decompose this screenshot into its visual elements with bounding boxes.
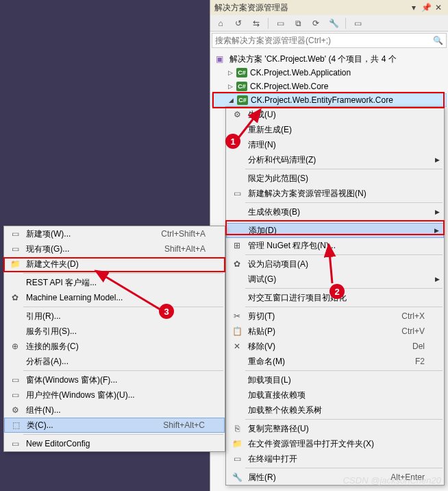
menu-ml[interactable]: ✿Machine Learning Model... bbox=[4, 290, 225, 305]
solution-tree: ▣ 解决方案 'CK.Project.Web' (4 个项目，共 4 个 ▷ C… bbox=[210, 49, 448, 110]
menu-newitem[interactable]: ▭新建项(W)...Ctrl+Shift+A bbox=[4, 226, 225, 241]
menu-loaddep[interactable]: 加载直接依赖项 bbox=[226, 387, 444, 403]
menu-copypath[interactable]: ⎘复制完整路径(U) bbox=[226, 421, 444, 436]
collapse-icon[interactable]: ▭ bbox=[273, 16, 288, 30]
new-view-icon: ▭ bbox=[229, 186, 245, 201]
menu-rename[interactable]: 重命名(M)F2 bbox=[226, 354, 444, 369]
expander-icon[interactable]: ▷ bbox=[227, 83, 234, 90]
back-icon[interactable]: ↺ bbox=[231, 16, 246, 30]
menu-nuget[interactable]: ⊞管理 NuGet 程序包(N)... bbox=[226, 238, 444, 253]
delete-icon: ✕ bbox=[229, 339, 245, 354]
expander-icon[interactable]: ▷ bbox=[227, 69, 234, 76]
project-label: CK.Project.Web.EntityFramework.Core bbox=[251, 95, 393, 105]
chevron-right-icon: ▶ bbox=[435, 156, 440, 163]
nuget-icon: ⊞ bbox=[229, 238, 245, 253]
annotation-badge-2: 2 bbox=[329, 284, 345, 299]
menu-add[interactable]: 添加(D)▶ bbox=[226, 223, 444, 238]
csharp-icon: C# bbox=[236, 68, 247, 77]
close-icon[interactable]: ✕ bbox=[433, 2, 444, 13]
solution-icon: ▣ bbox=[216, 54, 227, 64]
build-icon: ⚙ bbox=[229, 107, 245, 122]
menu-unload[interactable]: 卸载项目(L) bbox=[226, 372, 444, 387]
menu-class[interactable]: ⬚类(C)...Shift+Alt+C bbox=[4, 418, 225, 433]
menu-build[interactable]: ⚙生成(U) bbox=[226, 107, 444, 122]
panel-header: 解决方案资源管理器 ▾ 📌 ✕ bbox=[210, 0, 448, 15]
menu-connsvc[interactable]: ⊕连接的服务(C) bbox=[4, 339, 225, 354]
editorconfig-icon: ▭ bbox=[7, 436, 23, 451]
menu-analyzer[interactable]: 分析器(A)... bbox=[4, 354, 225, 369]
menu-startup[interactable]: ✿设为启动项目(A) bbox=[226, 256, 444, 272]
menu-openfolder[interactable]: 📁在文件资源管理器中打开文件夹(X) bbox=[226, 436, 444, 451]
menu-scope[interactable]: 限定为此范围(S) bbox=[226, 171, 444, 186]
annotation-badge-1: 1 bbox=[225, 134, 240, 149]
project-label: CK.Project.Web.Application bbox=[250, 68, 351, 77]
menu-paste[interactable]: 📋粘贴(P)Ctrl+V bbox=[226, 324, 444, 339]
menu-openterm[interactable]: ▭在终端中打开 bbox=[226, 451, 444, 466]
cut-icon: ✂ bbox=[229, 309, 245, 324]
chevron-right-icon: ▶ bbox=[435, 208, 440, 215]
project-node[interactable]: ▷ C# CK.Project.Web.Core bbox=[212, 80, 447, 93]
panel-title: 解决方案资源管理器 bbox=[214, 2, 407, 14]
pin-icon[interactable]: 📌 bbox=[421, 2, 432, 13]
menu-builddep[interactable]: 生成依赖项(B)▶ bbox=[226, 204, 444, 219]
menu-analyze[interactable]: 分析和代码清理(Z)▶ bbox=[226, 152, 444, 167]
menu-existitem[interactable]: ▭现有项(G)...Shift+Alt+A bbox=[4, 241, 225, 256]
copy-icon: ⎘ bbox=[229, 421, 245, 436]
chevron-right-icon: ▶ bbox=[435, 276, 440, 283]
existing-item-icon: ▭ bbox=[7, 241, 23, 256]
terminal-icon: ▭ bbox=[229, 451, 245, 466]
project-label: CK.Project.Web.Core bbox=[250, 82, 329, 91]
search-icon[interactable]: 🔍 bbox=[433, 36, 443, 45]
panel-menu-icon[interactable]: ▾ bbox=[408, 2, 419, 13]
menu-form[interactable]: ▭窗体(Windows 窗体)(F)... bbox=[4, 372, 225, 387]
startup-icon: ✿ bbox=[229, 256, 245, 272]
component-icon: ⚙ bbox=[7, 403, 23, 418]
sync-icon[interactable]: ⇆ bbox=[249, 16, 264, 30]
menu-editorconfig[interactable]: ▭New EditorConfig bbox=[4, 436, 225, 451]
expander-icon[interactable]: ◢ bbox=[227, 97, 234, 104]
menu-ref[interactable]: 引用(R)... bbox=[4, 309, 225, 324]
menu-rebuild[interactable]: 重新生成(E) bbox=[226, 122, 444, 137]
ml-icon: ✿ bbox=[7, 290, 23, 305]
add-submenu: ▭新建项(W)...Ctrl+Shift+A ▭现有项(G)...Shift+A… bbox=[3, 226, 225, 452]
user-control-icon: ▭ bbox=[7, 387, 23, 403]
menu-newview[interactable]: ▭新建解决方案资源管理器视图(N) bbox=[226, 186, 444, 201]
show-all-icon[interactable]: ⧉ bbox=[290, 16, 306, 30]
connected-service-icon: ⊕ bbox=[7, 339, 23, 354]
class-icon: ⬚ bbox=[8, 418, 24, 433]
csharp-icon: C# bbox=[237, 95, 248, 105]
solution-node[interactable]: ▣ 解决方案 'CK.Project.Web' (4 个项目，共 4 个 bbox=[212, 52, 447, 66]
menu-clean[interactable]: 清理(N) bbox=[226, 137, 444, 152]
home-icon[interactable]: ⌂ bbox=[213, 16, 228, 30]
csharp-icon: C# bbox=[236, 82, 247, 91]
menu-svcref[interactable]: 服务引用(S)... bbox=[4, 324, 225, 339]
menu-component[interactable]: ⚙组件(N)... bbox=[4, 403, 225, 418]
menu-userctl[interactable]: ▭用户控件(Windows 窗体)(U)... bbox=[4, 387, 225, 403]
chevron-right-icon: ▶ bbox=[434, 227, 439, 234]
folder-icon: 📁 bbox=[229, 436, 245, 451]
search-input[interactable] bbox=[215, 36, 433, 45]
watermark: CSDN @jacksonChen20 bbox=[343, 475, 441, 486]
search-box[interactable]: 🔍 bbox=[212, 33, 447, 48]
menu-cut[interactable]: ✂剪切(T)Ctrl+X bbox=[226, 309, 444, 324]
preview-icon[interactable]: ▭ bbox=[350, 16, 365, 30]
folder-icon: 📁 bbox=[7, 256, 23, 272]
menu-newfolder[interactable]: 📁新建文件夹(D) bbox=[4, 256, 225, 272]
paste-icon: 📋 bbox=[229, 324, 245, 339]
properties-icon[interactable]: 🔧 bbox=[326, 16, 341, 30]
wrench-icon: 🔧 bbox=[229, 470, 245, 485]
solution-label: 解决方案 'CK.Project.Web' (4 个项目，共 4 个 bbox=[229, 53, 397, 65]
form-icon: ▭ bbox=[7, 372, 23, 387]
panel-toolbar: ⌂ ↺ ⇆ ▭ ⧉ ⟳ 🔧 ▭ bbox=[210, 15, 448, 32]
project-node[interactable]: ▷ C# CK.Project.Web.Application bbox=[212, 66, 447, 80]
annotation-badge-3: 3 bbox=[159, 304, 174, 319]
menu-remove[interactable]: ✕移除(V)Del bbox=[226, 339, 444, 354]
project-node-selected[interactable]: ◢ C# CK.Project.Web.EntityFramework.Core bbox=[212, 93, 447, 107]
menu-rest[interactable]: REST API 客户端... bbox=[4, 275, 225, 290]
refresh-icon[interactable]: ⟳ bbox=[308, 16, 323, 30]
menu-loadtree[interactable]: 加载整个依赖关系树 bbox=[226, 403, 444, 418]
new-item-icon: ▭ bbox=[7, 226, 23, 241]
